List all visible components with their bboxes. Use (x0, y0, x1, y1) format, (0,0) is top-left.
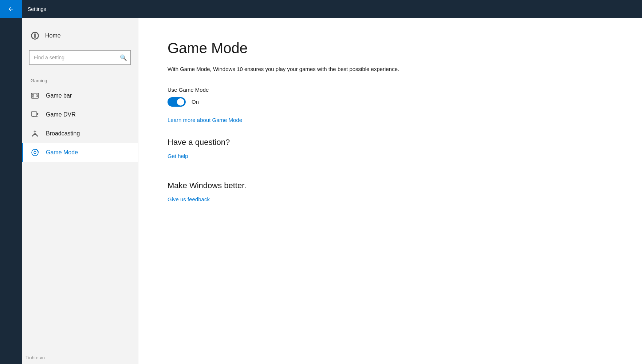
svg-rect-4 (32, 94, 34, 95)
sidebar-item-broadcasting-label: Broadcasting (46, 130, 80, 137)
sidebar-item-game-bar[interactable]: Game bar (22, 86, 138, 105)
page-title: Game Mode (168, 40, 613, 56)
sidebar-section-label: Gaming (22, 71, 138, 86)
titlebar: Settings (0, 0, 642, 18)
sidebar-home-label: Home (45, 32, 61, 39)
toggle-state-label: On (192, 99, 199, 105)
make-windows-better-heading: Make Windows better. (168, 181, 613, 190)
sidebar-item-broadcasting[interactable]: Broadcasting (22, 124, 138, 143)
game-mode-icon (31, 148, 39, 157)
page-description: With Game Mode, Windows 10 ensures you p… (168, 65, 430, 74)
back-icon (8, 6, 14, 12)
search-input[interactable] (29, 50, 131, 65)
svg-point-15 (34, 151, 36, 154)
toggle-row: On (168, 97, 613, 107)
main-content: Game Mode With Game Mode, Windows 10 ens… (138, 18, 642, 364)
search-icon: 🔍 (120, 54, 127, 61)
sidebar-item-game-dvr-label: Game DVR (46, 111, 76, 118)
toggle-thumb (177, 98, 184, 106)
sidebar-item-game-bar-label: Game bar (46, 92, 72, 99)
have-question-heading: Have a question? (168, 138, 613, 147)
give-feedback-link[interactable]: Give us feedback (168, 196, 210, 202)
titlebar-title: Settings (28, 6, 46, 12)
game-mode-toggle[interactable] (168, 97, 186, 107)
back-button[interactable] (0, 0, 22, 18)
sidebar-item-game-mode[interactable]: Game Mode (22, 143, 138, 162)
use-game-mode-label: Use Game Mode (168, 87, 613, 93)
svg-marker-8 (37, 113, 39, 115)
game-bar-icon (31, 91, 39, 100)
svg-rect-6 (36, 95, 38, 97)
learn-more-link[interactable]: Learn more about Game Mode (168, 117, 242, 123)
svg-point-1 (35, 34, 36, 35)
watermark: Tinhte.vn (25, 355, 45, 360)
svg-rect-7 (31, 112, 37, 116)
home-icon (31, 31, 39, 40)
sidebar-item-game-mode-label: Game Mode (46, 149, 78, 156)
app-container: Home 🔍 Gaming Game bar (22, 18, 642, 364)
sidebar: Home 🔍 Gaming Game bar (22, 18, 138, 364)
search-container: 🔍 (29, 50, 131, 65)
game-dvr-icon (31, 110, 39, 119)
svg-rect-5 (32, 96, 34, 97)
broadcasting-icon (31, 129, 39, 138)
get-help-link[interactable]: Get help (168, 153, 188, 159)
sidebar-item-game-dvr[interactable]: Game DVR (22, 105, 138, 124)
svg-rect-2 (35, 35, 35, 37)
sidebar-item-home[interactable]: Home (22, 27, 138, 44)
